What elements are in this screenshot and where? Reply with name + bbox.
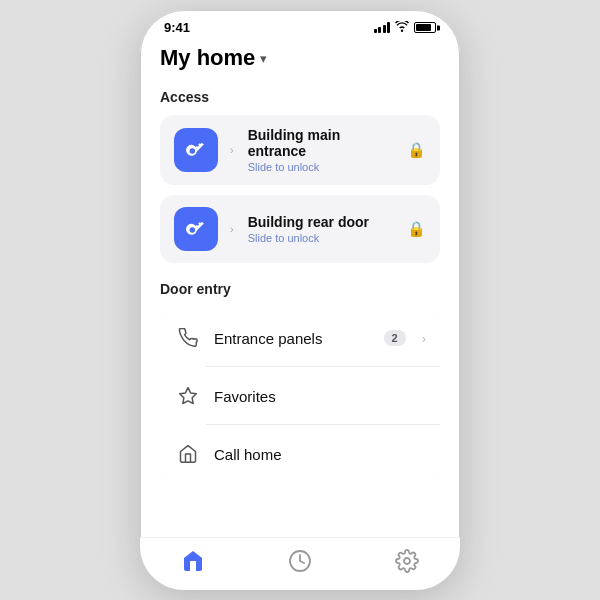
access-item-main-entrance[interactable]: › Building main entrance Slide to unlock… [160,115,440,185]
access-name-rear: Building rear door [248,214,395,230]
access-item-rear-door[interactable]: › Building rear door Slide to unlock 🔒 [160,195,440,263]
signal-icon [374,22,391,33]
key-icon-main [174,128,218,172]
phone-shell: 9:41 My home [140,10,460,590]
menu-item-call-home[interactable]: Call home [160,425,440,483]
menu-item-favorites[interactable]: Favorites [160,367,440,425]
nav-item-settings[interactable] [394,548,420,574]
slide-chevron-1: › [230,144,234,156]
entrance-panels-chevron-icon: › [422,331,426,346]
entrance-panels-badge: 2 [384,330,406,346]
key-icon-rear [174,207,218,251]
battery-icon [414,22,436,33]
access-sub-rear: Slide to unlock [248,232,395,244]
status-time: 9:41 [164,20,190,35]
chevron-down-icon: ▾ [260,51,267,66]
nav-item-home[interactable] [180,548,206,574]
nav-item-history[interactable] [287,548,313,574]
home-nav-icon [180,548,206,574]
history-nav-icon [287,548,313,574]
menu-item-entrance-panels[interactable]: Entrance panels 2 › [160,309,440,367]
favorites-label: Favorites [214,388,426,405]
favorites-icon-wrap [174,382,202,410]
lock-icon-rear: 🔒 [407,220,426,238]
access-name-main: Building main entrance [248,127,395,159]
entrance-panels-label: Entrance panels [214,330,372,347]
entrance-panels-icon-wrap [174,324,202,352]
lock-icon-main: 🔒 [407,141,426,159]
access-sub-main: Slide to unlock [248,161,395,173]
access-text-main: Building main entrance Slide to unlock [248,127,395,173]
page-title: My home [160,45,255,71]
svg-marker-0 [180,388,197,404]
door-entry-section-label: Door entry [160,281,440,297]
status-icons [374,21,437,34]
content-area: My home ▾ Access › Building main entranc… [140,39,460,537]
bottom-nav [140,537,460,590]
svg-point-2 [404,558,410,564]
slide-chevron-2: › [230,223,234,235]
wifi-icon [395,21,409,34]
door-entry-menu: Entrance panels 2 › Favorites [160,309,440,483]
access-section-label: Access [160,89,440,105]
call-home-label: Call home [214,446,426,463]
call-home-icon-wrap [174,440,202,468]
status-bar: 9:41 [140,10,460,39]
settings-nav-icon [394,548,420,574]
access-text-rear: Building rear door Slide to unlock [248,214,395,244]
page-header[interactable]: My home ▾ [160,45,440,71]
